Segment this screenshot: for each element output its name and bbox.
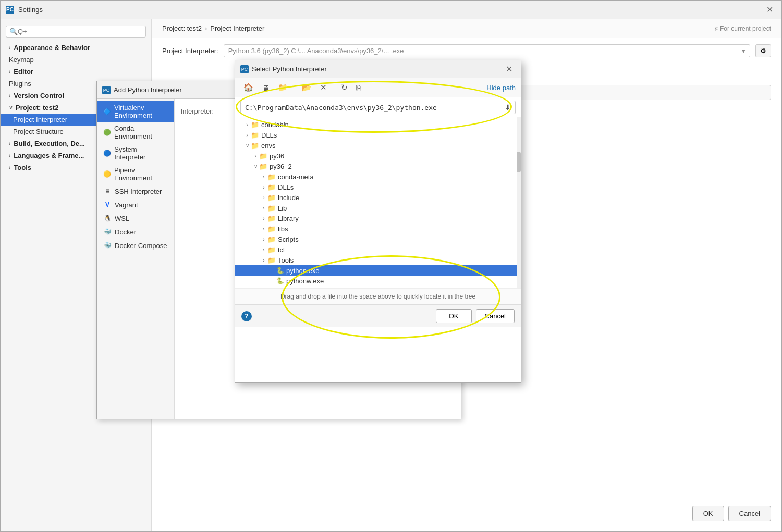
chevron-right-icon: › [260,195,267,201]
toolbar-separator-2 [334,83,334,92]
settings-cancel-button[interactable]: Cancel [728,506,771,521]
delete-button[interactable]: ✕ [317,81,330,94]
apt-item-docker-compose[interactable]: 🐳 Docker Compose [97,239,174,252]
select-py-title-bar: PC Select Python Interpreter ✕ [235,60,521,78]
select-py-close-button[interactable]: ✕ [503,63,516,75]
folder-icon: 📁 [259,152,267,160]
tree-item-pythonw-exe[interactable]: 🐍 pythonw.exe [235,276,521,286]
no-chevron [268,268,276,274]
tree-item-dlls2[interactable]: › 📁 DLLs [235,182,521,192]
select-py-ok-button[interactable]: OK [436,309,472,323]
project-interpreter-label: Project Interpreter: [162,47,218,55]
path-bar: C:\ProgramData\Anaconda3\envs\py36_2\pyt… [240,101,516,114]
docker-icon: 🐳 [103,228,112,236]
tree-item-label: Library [278,215,299,222]
tree-item-libs[interactable]: › 📁 libs [235,224,521,234]
tree-item-label: python.exe [286,267,320,275]
folder-button[interactable]: 📁 [275,81,291,94]
tree-item-python-exe[interactable]: 🐍 python.exe [235,265,521,276]
scrollbar-thumb[interactable] [517,152,521,172]
chevron-right-icon: › [252,153,259,159]
virtualenv-icon: 🔷 [103,107,111,116]
help-button[interactable]: ? [241,311,252,321]
tree-item-py36-2[interactable]: ∨ 📁 py36_2 [235,161,521,171]
folder-icon: 📁 [251,131,259,139]
refresh-button[interactable]: ↻ [338,81,351,94]
chevron-down-icon: ∨ [243,143,251,149]
chevron-right-icon: › [243,122,251,128]
dropdown-chevron-icon: ▾ [742,47,746,55]
breadcrumb-project: Project: test2 [162,24,202,32]
sidebar-item-label: Project: test2 [16,104,58,112]
home-button[interactable]: 🏠 [240,81,256,94]
search-box[interactable]: 🔍 [6,26,146,38]
sidebar-item-label: Editor [14,68,33,76]
tree-item-include[interactable]: › 📁 include [235,192,521,203]
folder-icon: 📁 [251,141,259,150]
tree-item-label: tcl [278,246,285,254]
sidebar-item-label: Keymap [9,56,34,64]
chevron-right-icon: › [260,226,267,232]
tree-item-label: DLLs [278,183,294,191]
apt-item-wsl[interactable]: 🐧 WSL [97,212,174,225]
chevron-down-icon: ∨ [9,105,13,110]
tree-item-label: include [278,194,299,202]
apt-item-label: Vagrant [115,201,138,209]
apt-item-ssh[interactable]: 🖥 SSH Interpreter [97,184,174,198]
new-folder-button[interactable]: 📂 [299,81,315,94]
apt-item-docker[interactable]: 🐳 Docker [97,225,174,239]
settings-ok-button[interactable]: OK [692,506,724,521]
settings-close-button[interactable]: ✕ [763,4,776,16]
tree-item-label: pythonw.exe [286,277,324,285]
desktop-button[interactable]: 🖥 [259,82,273,94]
project-interpreter-select[interactable]: Python 3.6 (py36_2) C:\... Anaconda3\env… [224,44,750,57]
interpreter-gear-button[interactable]: ⚙ [755,44,771,57]
folder-icon: 📁 [267,235,276,243]
copy-path-button[interactable]: ⎘ [353,82,364,94]
tree-item-label: condabin [261,121,289,129]
apt-item-pipenv[interactable]: 🟡 Pipenv Environment [97,164,174,184]
tree-item-library[interactable]: › 📁 Library [235,213,521,224]
tree-item-lib[interactable]: › 📁 Lib [235,203,521,213]
tree-item-label: py36 [270,152,284,160]
apt-item-virtualenv[interactable]: 🔷 Virtualenv Environment [97,101,174,122]
drag-hint: Drag and drop a file into the space abov… [235,288,521,304]
tree-item-py36[interactable]: › 📁 py36 [235,151,521,161]
chevron-right-icon: › [9,165,10,170]
tree-item-label: Scripts [278,236,299,243]
sidebar-item-appearance[interactable]: › Appearance & Behavior [1,42,151,54]
search-input[interactable] [18,28,142,35]
tree-item-tcl[interactable]: › 📁 tcl [235,244,521,255]
python-exe-icon: 🐍 [276,266,284,275]
sidebar-item-keymap[interactable]: Keymap [1,54,151,66]
folder-icon: 📁 [267,193,276,202]
select-py-cancel-button[interactable]: Cancel [476,309,515,323]
sidebar-item-label: Build, Execution, De... [14,140,85,147]
path-download-button[interactable]: ⬇ [505,103,511,112]
select-py-footer: ? OK Cancel [235,304,521,327]
folder-icon: 📁 [251,120,259,129]
tree-item-conda-meta[interactable]: › 📁 conda-meta [235,171,521,182]
tree-item-envs[interactable]: ∨ 📁 envs [235,140,521,151]
toolbar-separator [295,83,295,92]
ssh-icon: 🖥 [103,187,112,195]
tree-item-tools[interactable]: › 📁 Tools [235,255,521,265]
sidebar-item-label: Languages & Frame... [14,152,84,159]
sidebar-item-editor[interactable]: › Editor [1,66,151,78]
tree-item-condabin[interactable]: › 📁 condabin [235,119,521,130]
tree-item-dlls[interactable]: › 📁 DLLs [235,130,521,140]
chevron-right-icon: › [260,257,267,263]
tree-item-scripts[interactable]: › 📁 Scripts [235,234,521,244]
apt-item-conda[interactable]: 🟢 Conda Environment [97,122,174,143]
settings-bottom-buttons: OK Cancel [692,506,771,521]
chevron-right-icon: › [9,69,10,75]
chevron-right-icon: › [260,216,267,221]
pipenv-icon: 🟡 [103,170,111,178]
sidebar-item-label: Project Structure [13,128,64,135]
chevron-right-icon: › [260,247,267,253]
hide-path-button[interactable]: Hide path [486,84,516,92]
tree-item-label: Lib [278,204,287,212]
chevron-right-icon: › [243,132,251,138]
apt-item-system[interactable]: 🔵 System Interpreter [97,143,174,164]
apt-item-vagrant[interactable]: V Vagrant [97,198,174,212]
